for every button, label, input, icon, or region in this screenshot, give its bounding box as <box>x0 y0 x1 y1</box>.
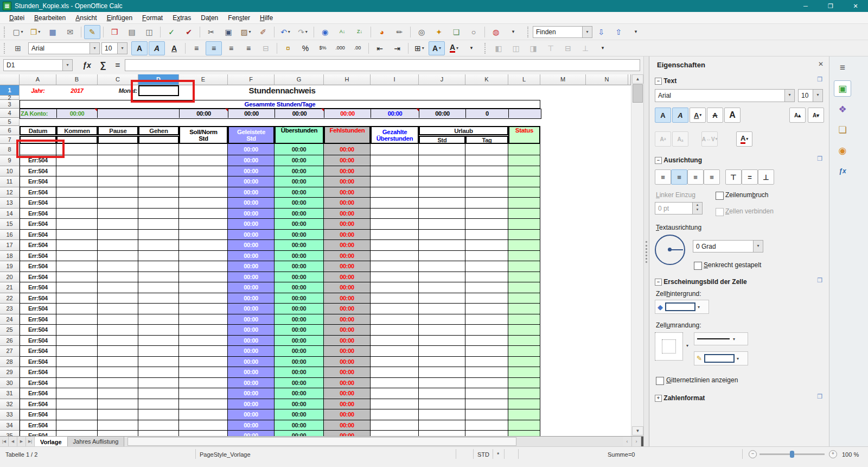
cell-K26[interactable] <box>465 336 508 346</box>
insert-chart-icon[interactable]: ◕ <box>374 25 390 39</box>
object-align-toolbar-grip[interactable] <box>484 43 488 54</box>
table-header-urlaub-tag[interactable]: Tag <box>465 136 508 144</box>
cell-L34[interactable] <box>508 420 540 431</box>
cell-I15[interactable] <box>371 219 419 230</box>
table-header-F[interactable]: GeleisteteStd <box>228 126 275 144</box>
navigator-icon[interactable]: ✦ <box>431 25 447 39</box>
cell-F9[interactable]: 00:00 <box>228 155 275 166</box>
cell-E20[interactable] <box>179 272 228 283</box>
cell-H20[interactable]: 00:00 <box>324 272 371 283</box>
cell-E34[interactable] <box>179 420 228 431</box>
show-draw-functions-icon[interactable]: ✏ <box>391 25 407 39</box>
cell-A27[interactable]: Err:504 <box>20 346 56 357</box>
cell-I26[interactable] <box>371 336 419 346</box>
line-color-button[interactable]: ✎ ▾ <box>694 351 748 365</box>
cell-D14[interactable] <box>138 209 179 219</box>
row-header-3[interactable]: 3 <box>0 100 20 109</box>
edit-mode-icon[interactable]: ✎ <box>84 25 100 39</box>
cell-J13[interactable] <box>419 198 465 209</box>
text-dialog-launcher-icon[interactable]: ❒ <box>817 76 822 83</box>
cell-L21[interactable] <box>508 282 540 293</box>
cell-D29[interactable] <box>138 367 179 378</box>
cell-F15[interactable]: 00:00 <box>228 219 275 230</box>
zoom-slider[interactable] <box>760 453 825 455</box>
cell-C18[interactable] <box>98 251 138 262</box>
cell-F25[interactable]: 00:00 <box>228 325 275 336</box>
cell-F22[interactable]: 00:00 <box>228 293 275 304</box>
cell-C26[interactable] <box>98 336 138 346</box>
cell-F18[interactable]: 00:00 <box>228 251 275 262</box>
column-header-A[interactable]: A <box>20 74 56 85</box>
cell-I25[interactable] <box>371 325 419 336</box>
sidebar-menu-icon[interactable]: ≡ <box>834 60 851 76</box>
cell-L15[interactable] <box>508 219 540 230</box>
horizontal-scrollbar-thumb[interactable] <box>127 437 516 446</box>
cell-E9[interactable] <box>179 155 228 166</box>
cell-H27[interactable]: 00:00 <box>324 346 371 357</box>
cell-J8[interactable] <box>419 144 465 155</box>
align-objects-center-icon[interactable]: ◫ <box>508 41 524 55</box>
cell-K8[interactable] <box>465 144 508 155</box>
cell-B34[interactable] <box>56 420 98 431</box>
cell-F21[interactable]: 00:00 <box>228 282 275 293</box>
cell-B26[interactable] <box>56 336 98 346</box>
cell[interactable]: 00:00 <box>228 109 275 118</box>
cell-J19[interactable] <box>419 261 465 272</box>
cell-L10[interactable] <box>508 166 540 177</box>
cell-D16[interactable] <box>138 230 179 241</box>
cell-F17[interactable]: 00:00 <box>228 240 275 251</box>
row-header-27[interactable]: 27 <box>0 346 20 357</box>
cell-E19[interactable] <box>179 261 228 272</box>
cell-G31[interactable]: 00:00 <box>275 388 324 399</box>
hscroll-left-icon[interactable]: ‹ <box>623 437 632 447</box>
cell-K23[interactable] <box>465 304 508 314</box>
cell-A18[interactable]: Err:504 <box>20 251 56 262</box>
cell-L30[interactable] <box>508 378 540 389</box>
wrap-text-checkbox[interactable] <box>716 192 724 200</box>
sidebar-underline-button[interactable]: A▾ <box>690 108 706 123</box>
font-color-button[interactable]: A▾ <box>446 41 462 55</box>
font-size-select[interactable]: 10 ▾ <box>101 42 127 54</box>
cell-C17[interactable] <box>98 240 138 251</box>
cell-L28[interactable] <box>508 357 540 368</box>
cell-G18[interactable]: 00:00 <box>275 251 324 262</box>
row-header-4[interactable]: 4 <box>0 109 20 118</box>
cell-B25[interactable] <box>56 325 98 336</box>
cell-K34[interactable] <box>465 420 508 431</box>
toolbar-grip[interactable] <box>4 27 8 37</box>
currency-button[interactable]: ¤ <box>280 41 296 55</box>
copy-icon[interactable]: ▣ <box>220 25 237 39</box>
cell-B11[interactable] <box>56 176 98 187</box>
cell-J35[interactable] <box>419 431 465 436</box>
cell-H19[interactable]: 00:00 <box>324 261 371 272</box>
cell-A14[interactable]: Err:504 <box>20 209 56 219</box>
cell-B15[interactable] <box>56 219 98 230</box>
percent-button[interactable]: % <box>297 41 314 55</box>
font-name-dropdown-icon[interactable]: ▾ <box>90 43 99 54</box>
column-header-H[interactable]: H <box>324 74 371 85</box>
cell-E35[interactable] <box>179 431 228 436</box>
cell-B23[interactable] <box>56 304 98 314</box>
find-toolbar-overflow[interactable]: ▾ <box>628 25 644 39</box>
sum-icon[interactable]: ∑ <box>97 59 110 71</box>
cell-D30[interactable] <box>138 378 179 389</box>
cell-A35[interactable]: Err:504 <box>20 431 56 436</box>
cell-G14[interactable]: 00:00 <box>275 209 324 219</box>
page-style[interactable]: PageStyle_Vorlage <box>200 451 251 458</box>
cell-A13[interactable]: Err:504 <box>20 198 56 209</box>
show-gridlines-checkbox[interactable] <box>656 377 664 385</box>
cell-G12[interactable]: 00:00 <box>275 187 324 198</box>
section-number-format[interactable]: + Zahlenformat <box>655 394 705 402</box>
background-color-dropdown-icon[interactable]: ▾ <box>698 305 700 310</box>
cell-J17[interactable] <box>419 240 465 251</box>
cell-K22[interactable] <box>465 293 508 304</box>
functions-tab-icon[interactable]: ƒx <box>834 163 851 179</box>
scroll-down-icon[interactable]: ▼ <box>632 426 643 436</box>
cell-C8[interactable] <box>98 144 138 155</box>
cell-G25[interactable]: 00:00 <box>275 325 324 336</box>
section-text[interactable]: − Text <box>655 77 676 85</box>
cell-E29[interactable] <box>179 367 228 378</box>
cell-I11[interactable] <box>371 176 419 187</box>
hyperlink-icon[interactable]: ◉ <box>317 25 333 39</box>
cell-C32[interactable] <box>98 399 138 410</box>
